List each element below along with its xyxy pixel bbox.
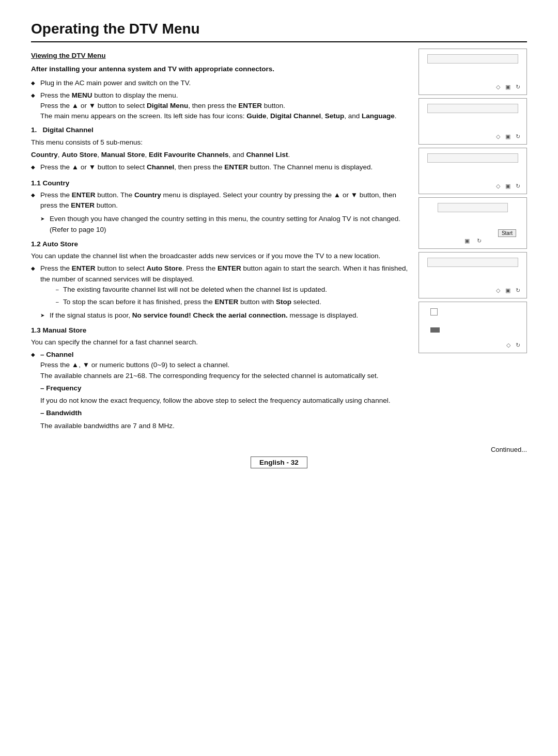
icon-diamond: ◇ [496,287,500,294]
page-title: Operating the DTV Menu [31,21,527,42]
intro-text: After installing your antenna system and… [31,64,408,74]
section-1-2-desc: You can update the channel list when the… [31,251,408,261]
icon-screen: ▣ [505,133,510,140]
section-1-3-bullets: – Channel Press the ▲, ▼ or numeric butt… [31,350,408,431]
bullet-item: Press the ENTER button to select Auto St… [31,263,408,307]
icon-refresh: ↻ [516,342,520,349]
freq-desc: If you do not know the exact frequency, … [40,396,408,406]
page-footer: English - 32 [31,459,527,466]
icon-screen: ▣ [464,238,470,244]
icon-refresh: ↻ [516,183,520,190]
tv-icons-1: ◇ ▣ ↻ [422,83,523,91]
small-rect-icon [430,308,438,316]
viewing-heading: Viewing the DTV Menu [31,51,408,61]
page-label: English - 32 [251,456,307,468]
section-1-2-arrows: If the signal status is poor, No service… [31,310,408,321]
freq-label: – Frequency [40,383,408,393]
icon-diamond: ◇ [496,84,500,90]
icon-screen: ▣ [505,287,510,294]
tv-screen-2: ◇ ▣ ↻ [419,98,527,145]
tv-screen-bar-3 [427,153,518,163]
arrow-item: Even though you have changed the country… [40,214,408,235]
tv-icons-4: ▣ ↻ [422,237,523,245]
bw-desc: The available bandwidths are 7 and 8 MHz… [40,421,408,431]
tv-screen-bar-5 [427,258,518,267]
section-1-title: 1. Digital Channel [31,125,408,135]
tv-screen-5: ◇ ▣ ↻ [419,252,527,298]
section-1-bullets: Press the ▲ or ▼ button to select Channe… [31,162,408,172]
tv-screen-3: ◇ ▣ ↻ [419,148,527,194]
tv-screen-6: ◇ ↻ [419,302,527,353]
section-1-submenus: Country, Auto Store, Manual Store, Edit … [31,150,408,160]
tv-icons-6: ◇ ↻ [422,341,523,350]
icon-refresh: ↻ [516,287,520,294]
section-1-2-bullets: Press the ENTER button to select Auto St… [31,263,408,307]
filled-rect-icon [430,327,440,333]
bullet-item: – Channel Press the ▲, ▼ or numeric butt… [31,350,408,431]
section-1-2-title: 1.2 Auto Store [31,239,408,249]
tv-icons-2: ◇ ▣ ↻ [422,132,523,141]
tv-screen-bar-4 [438,203,508,212]
section-1-1: 1.1 Country Press the ENTER button. The … [31,178,408,235]
icon-diamond: ◇ [496,133,500,140]
icon-screen: ▣ [505,84,510,90]
icon-diamond: ◇ [506,342,510,349]
tv-screen-bar-1 [427,54,518,64]
tv-screen-bar-2 [427,104,518,113]
right-column: ◇ ▣ ↻ ◇ ▣ ↻ ◇ ▣ ↻ [419,49,527,435]
section-1-3: 1.3 Manual Store You can specify the cha… [31,325,408,431]
section-1-desc: This menu consists of 5 sub-menus: [31,137,408,148]
continued-text: Continued... [31,446,527,453]
section-1-2: 1.2 Auto Store You can update the channe… [31,239,408,321]
bullet-item: Press the ▲ or ▼ button to select Channe… [31,162,408,172]
bw-label: – Bandwidth [40,408,408,418]
dash-item: The existing favourite channel list will… [56,285,408,295]
bullet-item: Plug in the AC main power and switch on … [31,78,408,88]
icon-refresh: ↻ [516,133,520,140]
section-1-3-desc: You can specify the channel for a fast c… [31,337,408,348]
section-1-3-title: 1.3 Manual Store [31,325,408,336]
tv-icons-5: ◇ ▣ ↻ [422,286,523,295]
icon-diamond: ◇ [496,183,500,190]
section-1: 1. Digital Channel This menu consists of… [31,125,408,173]
icon-screen: ▣ [505,183,510,190]
section-1-1-arrows: Even though you have changed the country… [31,214,408,235]
icon-refresh: ↻ [516,84,520,90]
tv-screen-4: Start ▣ ↻ [419,197,527,249]
start-button: Start [498,229,516,237]
dash-item: To stop the scan before it has finished,… [56,297,408,307]
tv-screen-1: ◇ ▣ ↻ [419,49,527,95]
left-column: Viewing the DTV Menu After installing yo… [31,49,408,435]
icon-refresh: ↻ [477,238,482,244]
bullet-item: Press the ENTER button. The Country menu… [31,190,408,211]
arrow-item: If the signal status is poor, No service… [40,310,408,321]
section-1-2-dashes: The existing favourite channel list will… [40,285,408,308]
bullet-item: Press the MENU button to display the men… [31,90,408,122]
section-1-1-bullets: Press the ENTER button. The Country menu… [31,190,408,211]
intro-bullets: Plug in the AC main power and switch on … [31,78,408,122]
section-1-1-title: 1.1 Country [31,178,408,188]
tv-icons-3: ◇ ▣ ↻ [422,182,523,191]
